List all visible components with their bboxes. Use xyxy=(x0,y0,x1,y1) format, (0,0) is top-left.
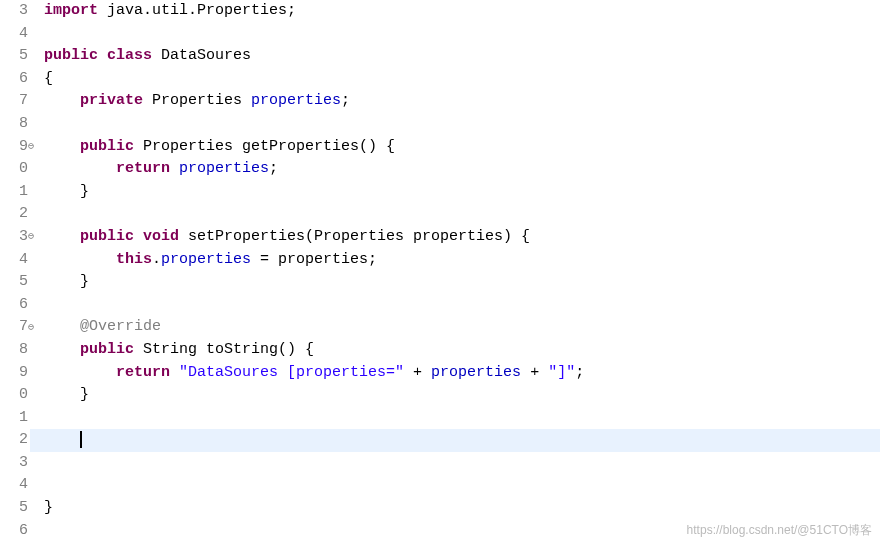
line-number: 9⊖ xyxy=(0,136,28,159)
code-line[interactable]: } xyxy=(44,497,880,520)
code-editor[interactable]: import java.util.Properties;public class… xyxy=(30,0,880,545)
code-line[interactable]: } xyxy=(44,384,880,407)
code-line[interactable]: { xyxy=(44,68,880,91)
code-line[interactable]: } xyxy=(44,181,880,204)
line-number: 8 xyxy=(0,113,28,136)
code-line[interactable] xyxy=(44,294,880,317)
code-line[interactable]: public class DataSoures xyxy=(44,45,880,68)
line-number: 8 xyxy=(0,339,28,362)
line-number: 0 xyxy=(0,158,28,181)
code-line[interactable]: return "DataSoures [properties=" + prope… xyxy=(44,362,880,385)
line-number: 6 xyxy=(0,68,28,91)
code-line[interactable]: this.properties = properties; xyxy=(44,249,880,272)
code-line[interactable]: public Properties getProperties() { xyxy=(44,136,880,159)
line-number: 7⊖ xyxy=(0,316,28,339)
line-number: 3 xyxy=(0,452,28,475)
line-number: 4 xyxy=(0,474,28,497)
line-number: 0 xyxy=(0,384,28,407)
line-number: 3⊖ xyxy=(0,226,28,249)
line-number: 6 xyxy=(0,294,28,317)
code-line[interactable] xyxy=(44,474,880,497)
line-number: 4 xyxy=(0,249,28,272)
code-line[interactable] xyxy=(44,520,880,543)
line-number: 9 xyxy=(0,362,28,385)
text-cursor xyxy=(80,431,82,448)
line-number: 1 xyxy=(0,181,28,204)
line-number: 5 xyxy=(0,497,28,520)
line-number: 4 xyxy=(0,23,28,46)
line-number: 5 xyxy=(0,271,28,294)
code-line[interactable]: @Override xyxy=(44,316,880,339)
code-line[interactable]: public String toString() { xyxy=(44,339,880,362)
gutter: 3456789⊖0123⊖4567⊖890123456 xyxy=(0,0,30,545)
line-number: 2 xyxy=(0,203,28,226)
line-number: 2 xyxy=(0,429,28,452)
code-line[interactable] xyxy=(44,23,880,46)
code-line[interactable] xyxy=(44,407,880,430)
code-line[interactable] xyxy=(44,452,880,475)
line-number: 1 xyxy=(0,407,28,430)
code-line[interactable] xyxy=(30,429,880,452)
line-number: 6 xyxy=(0,520,28,543)
line-number: 7 xyxy=(0,90,28,113)
code-line[interactable]: } xyxy=(44,271,880,294)
code-line[interactable]: import java.util.Properties; xyxy=(44,0,880,23)
line-number: 5 xyxy=(0,45,28,68)
code-line[interactable] xyxy=(44,113,880,136)
code-line[interactable]: public void setProperties(Properties pro… xyxy=(44,226,880,249)
line-number: 3 xyxy=(0,0,28,23)
code-line[interactable]: return properties; xyxy=(44,158,880,181)
code-line[interactable]: private Properties properties; xyxy=(44,90,880,113)
code-line[interactable] xyxy=(44,203,880,226)
